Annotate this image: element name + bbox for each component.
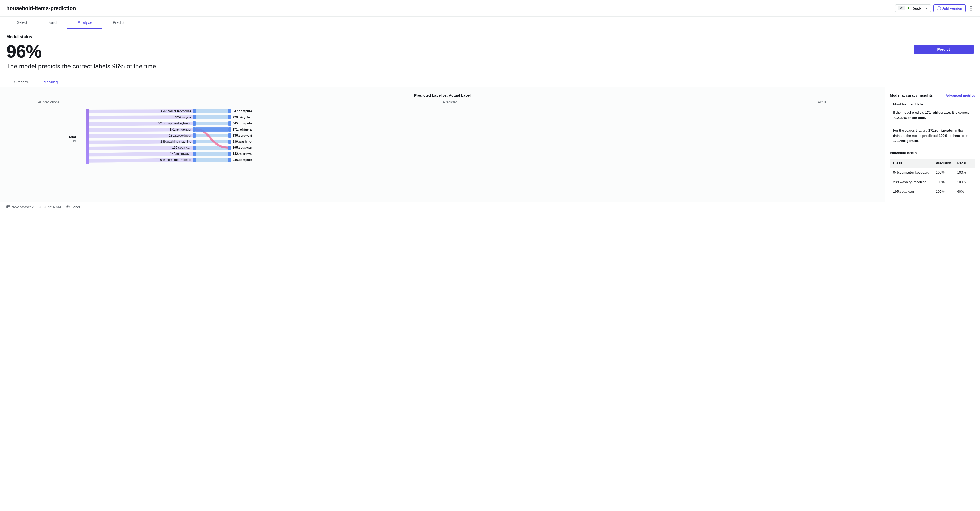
plus-circle-icon: + — [937, 6, 941, 10]
tab-analyze[interactable]: Analyze — [67, 17, 102, 29]
model-status-description: The model predicts the correct labels 96… — [6, 63, 158, 70]
page-title: household-items-prediction — [6, 5, 76, 11]
actual-node[interactable]: 047.computer- — [228, 109, 252, 114]
insight-paragraph-1: If the model predicts 171.refrigerator, … — [890, 110, 975, 124]
tab-build[interactable]: Build — [38, 17, 67, 29]
predicted-node[interactable]: 239.washing-machine — [154, 139, 196, 144]
insight-paragraph-2: For the values that are 171.refrigerator… — [890, 128, 975, 147]
add-version-label: Add version — [942, 6, 962, 10]
table-row[interactable]: 195.soda-can100%60% — [890, 187, 975, 196]
total-label: Total 50 — [68, 135, 76, 142]
predicted-node[interactable]: 142.microwave — [154, 151, 196, 156]
chart-title: Predicted Label vs. Actual Label — [6, 93, 878, 97]
more-actions-button[interactable] — [968, 4, 974, 13]
sub-nav-tabs: Overview Scoring — [0, 70, 980, 87]
version-tag: V1 — [898, 6, 906, 10]
predicted-column: 047.computer-mouse229.tricycle045.comput… — [154, 109, 196, 163]
predicted-node[interactable]: 047.computer-mouse — [154, 109, 196, 114]
col-header-actual: Actual — [810, 100, 878, 104]
chart-column-headers: All predictions Predicted Actual — [6, 100, 878, 104]
footer-bar: New dataset 2023-3-23 9:16 AM Label — [0, 202, 980, 212]
svg-point-3 — [67, 206, 70, 208]
version-status-text: Ready — [912, 6, 921, 10]
status-dot-icon — [908, 7, 910, 9]
model-status-label: Model status — [6, 35, 158, 40]
predicted-node[interactable]: 171.refrigerator — [154, 127, 196, 132]
chevron-down-icon — [925, 8, 928, 9]
sub-tab-overview[interactable]: Overview — [6, 78, 37, 87]
main-content: Predicted Label vs. Actual Label All pre… — [0, 87, 980, 202]
tab-predict[interactable]: Predict — [102, 17, 135, 29]
individual-labels-header: Individual labels — [890, 151, 975, 155]
insights-panel: Model accuracy insights Advanced metrics… — [885, 87, 980, 202]
advanced-metrics-link[interactable]: Advanced metrics — [946, 94, 975, 97]
table-row[interactable]: 045.computer-keyboard100%100% — [890, 168, 975, 177]
actual-node[interactable]: 239.washing-m — [228, 139, 252, 144]
insights-table-body: 045.computer-keyboard100%100%239.washing… — [890, 168, 975, 196]
actual-column: 047.computer-229.tricycle045.computer-17… — [228, 109, 252, 163]
dataset-icon — [6, 205, 10, 209]
predicted-node[interactable]: 180.screwdriver — [154, 133, 196, 138]
version-selector[interactable]: V1 Ready — [895, 5, 931, 12]
most-frequent-header: Most frequent label — [893, 102, 975, 106]
model-status-section: Model status 96% The model predicts the … — [0, 29, 980, 70]
footer-label[interactable]: Label — [66, 205, 80, 209]
actual-node[interactable]: 045.computer- — [228, 121, 252, 126]
insights-table-header: Class Precision Recall — [890, 159, 975, 168]
col-header-all: All predictions — [6, 100, 91, 104]
actual-node[interactable]: 171.refrigerat — [228, 127, 252, 132]
footer-dataset[interactable]: New dataset 2023-3-23 9:16 AM — [6, 205, 61, 209]
predicted-node[interactable]: 045.computer-keyboard — [154, 121, 196, 126]
chart-area: Predicted Label vs. Actual Label All pre… — [0, 87, 885, 202]
actual-node[interactable]: 229.tricycle — [228, 115, 252, 120]
svg-point-4 — [67, 206, 68, 208]
actual-node[interactable]: 180.screwdriv — [228, 133, 252, 138]
main-nav-tabs: Select Build Analyze Predict — [0, 17, 980, 29]
predict-button[interactable]: Predict — [914, 44, 974, 54]
add-version-button[interactable]: + Add version — [934, 5, 966, 12]
svg-rect-0 — [6, 206, 10, 208]
insights-title: Model accuracy insights — [890, 93, 933, 97]
predicted-node[interactable]: 229.tricycle — [154, 115, 196, 120]
total-node[interactable] — [86, 109, 89, 164]
actual-node[interactable]: 046.computer- — [228, 157, 252, 162]
actual-node[interactable]: 195.soda-can — [228, 145, 252, 150]
predicted-node[interactable]: 195.soda-can — [154, 145, 196, 150]
target-icon — [66, 205, 70, 209]
col-header-predicted: Predicted — [91, 100, 810, 104]
header-actions: V1 Ready + Add version — [895, 4, 974, 13]
sankey-diagram: Total 50 047.computer-mouse229.tricycle0… — [70, 109, 878, 167]
actual-node[interactable]: 142.microwav — [228, 151, 252, 156]
model-status-percent: 96% — [6, 41, 158, 62]
tab-select[interactable]: Select — [6, 17, 38, 29]
predicted-node[interactable]: 046.computer-monitor — [154, 157, 196, 162]
table-row[interactable]: 239.washing-machine100%100% — [890, 177, 975, 187]
sub-tab-scoring[interactable]: Scoring — [37, 78, 65, 87]
page-header: household-items-prediction V1 Ready + Ad… — [0, 0, 980, 17]
